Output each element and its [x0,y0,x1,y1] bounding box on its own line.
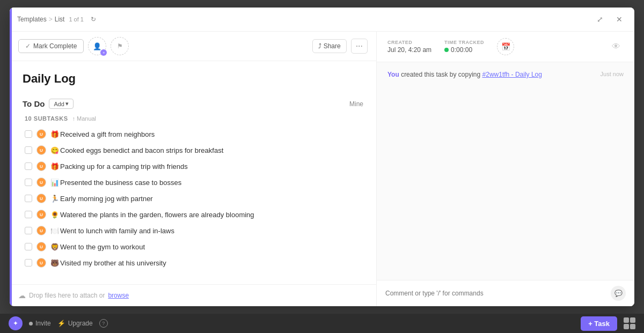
app-logo[interactable]: ✦ [9,316,23,330]
subtask-emoji-4: 🏃 [50,195,59,203]
subtask-item[interactable]: U 🎁Packing up for a camping trip with fr… [23,158,363,174]
accent-bar [10,8,12,306]
subtask-text-0: 🎁Received a gift from neighbors [50,130,155,138]
sort-text: Manual [77,115,96,122]
mark-complete-button[interactable]: ✓ Mark Complete [18,39,84,53]
subtask-item[interactable]: U 🌻Watered the plants in the garden, flo… [23,206,363,223]
subtask-checkbox-1[interactable] [25,146,32,154]
close-button[interactable]: ✕ [612,12,627,27]
task-title[interactable]: Daily Log [23,72,363,86]
activity-link[interactable]: #2ww1tfh - Daily Log [482,71,542,78]
assign-user-button[interactable]: 👤 + [88,37,106,55]
subtask-item[interactable]: U 🏃Early morning jog with partner [23,190,363,206]
more-options-button[interactable]: ··· [351,39,368,54]
invite-dot [29,322,33,325]
subtask-avatar-6: U [36,226,46,235]
time-text: 0:00:00 [451,46,472,54]
subtask-avatar-8: U [36,258,46,268]
grid-icon-button[interactable] [624,317,635,329]
breadcrumb-list[interactable]: List [55,16,65,23]
check-icon: ✓ [25,42,31,50]
invite-button[interactable]: Invite [29,320,51,327]
add-button[interactable]: Add ▾ [49,99,74,109]
drop-zone[interactable]: ☁ Drop files here to attach or browse [10,284,376,306]
share-button[interactable]: ⤴ Share [312,39,347,53]
share-icon: ⤴ [318,42,321,50]
activity-item: You created this task by copying #2ww1tf… [387,71,624,78]
main-modal: Templates > List 1 of 1 ↻ ⤢ ✕ ✓ Mark Com… [10,8,634,306]
created-value: Jul 20, 4:20 am [387,46,431,54]
add-label: Add [54,101,64,107]
time-value: 0:00:00 [444,46,484,54]
subtask-checkbox-2[interactable] [25,162,32,170]
subtask-text-4: 🏃Early morning jog with partner [50,195,153,203]
section-title: To Do [23,99,45,108]
subtask-checkbox-4[interactable] [25,195,32,202]
breadcrumb: Templates > List 1 of 1 ↻ [17,12,592,27]
subtask-checkbox-8[interactable] [25,259,32,267]
modal-body: ✓ Mark Complete 👤 + ⚑ ⤴ Share [10,32,634,306]
sort-label: ↑ Manual [72,115,96,122]
eye-button[interactable]: 👁 [609,39,624,54]
grid-cell-4 [630,324,635,329]
activity-you: You [387,71,399,78]
grid-cell-2 [630,317,635,323]
subtask-checkbox-6[interactable] [25,227,32,234]
subtask-item[interactable]: U 🍽️Went to lunch with family and in-law… [23,223,363,239]
subtask-item[interactable]: U 🎁Received a gift from neighbors [23,126,363,142]
subtask-item[interactable]: U 🐻Visited my brother at his university [23,255,363,271]
subtask-emoji-7: 🦁 [50,243,59,251]
task-content: Daily Log To Do Add ▾ Mine 10 SUBTASKS [10,61,376,284]
task-meta: CREATED Jul 20, 4:20 am TIME TRACKED 0:0… [377,32,634,62]
time-tracked-meta: TIME TRACKED 0:00:00 [444,40,484,54]
bottom-bar: ✦ Invite ⚡ Upgrade ? + Task [0,314,644,333]
new-task-button[interactable]: + Task [581,316,617,331]
chevron-down-icon: ▾ [65,100,69,107]
time-dot [444,48,449,52]
subtask-text-2: 🎁Packing up for a camping trip with frie… [50,162,188,171]
subtask-item[interactable]: U 😋Cooked eggs benedict and bacon strips… [23,142,363,158]
subtask-avatar-5: U [36,210,46,219]
flag-button[interactable]: ⚑ [111,37,129,55]
upload-icon: ☁ [18,291,26,300]
left-panel: ✓ Mark Complete 👤 + ⚑ ⤴ Share [10,32,377,306]
expand-button[interactable]: ⤢ [592,12,608,27]
calendar-button[interactable]: 📅 [497,38,514,55]
subtask-item[interactable]: U 📊Presented the business case to bosses [23,174,363,190]
subtask-text-6: 🍽️Went to lunch with family and in-laws [50,227,174,235]
upgrade-button[interactable]: ⚡ Upgrade [57,320,93,327]
send-button[interactable]: 💬 [611,286,626,301]
subtask-item[interactable]: U 🦁Went to the gym to workout [23,239,363,255]
mark-complete-label: Mark Complete [33,42,77,50]
subtask-text-3: 📊Presented the business case to bosses [50,179,181,187]
modal-header: Templates > List 1 of 1 ↻ ⤢ ✕ [10,8,634,32]
new-task-label: + Task [588,320,610,328]
browse-link[interactable]: browse [108,292,129,299]
user-icon: 👤 [93,42,101,50]
subtask-checkbox-7[interactable] [25,243,32,250]
comment-input[interactable] [385,290,606,297]
comment-box: 💬 [377,280,634,306]
sort-icon: ↑ [72,115,75,122]
invite-label: Invite [35,320,51,327]
subtask-text-8: 🐻Visited my brother at his university [50,259,166,267]
subtask-checkbox-3[interactable] [25,179,32,186]
subtask-avatar-7: U [36,242,46,251]
subtask-avatar-0: U [36,129,46,139]
created-label: CREATED [387,40,431,45]
subtasks-count: 10 SUBTASKS [25,115,68,122]
subtask-emoji-5: 🌻 [50,211,59,219]
breadcrumb-sep1: > [49,16,53,23]
lightning-icon: ⚡ [57,320,65,327]
subtask-checkbox-0[interactable] [25,130,32,138]
subtask-emoji-2: 🎁 [50,162,59,171]
subtasks-header: 10 SUBTASKS ↑ Manual [23,115,363,122]
flag-icon: ⚑ [117,42,123,50]
subtask-checkbox-5[interactable] [25,211,32,218]
subtask-text-1: 😋Cooked eggs benedict and bacon strips f… [50,146,223,154]
task-toolbar: ✓ Mark Complete 👤 + ⚑ ⤴ Share [10,32,376,61]
refresh-button[interactable]: ↻ [86,12,101,27]
help-button[interactable]: ? [99,319,108,328]
breadcrumb-templates[interactable]: Templates [17,16,47,23]
subtask-avatar-4: U [36,194,46,203]
